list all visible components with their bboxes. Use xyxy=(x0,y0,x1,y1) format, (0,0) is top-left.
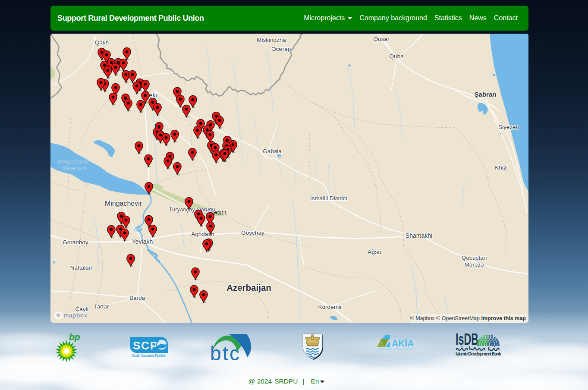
svg-text:Goranboy: Goranboy xyxy=(63,239,88,245)
svg-text:SCP: SCP xyxy=(133,339,157,352)
svg-text:Islamic Development Bank: Islamic Development Bank xyxy=(456,351,501,356)
svg-text:Mingachevir: Mingachevir xyxy=(105,200,142,207)
svg-text:Miskindzha: Miskindzha xyxy=(257,37,286,43)
svg-text:Reservoir: Reservoir xyxy=(62,165,87,171)
svg-text:Tartar: Tartar xyxy=(94,303,109,310)
svg-text:Quba: Quba xyxy=(389,53,404,60)
svg-text:mapbox: mapbox xyxy=(63,312,87,319)
svg-text:Mingachevir: Mingachevir xyxy=(58,158,89,165)
svg-text:AKİA: AKİA xyxy=(392,338,414,348)
svg-text:Shamakhi: Shamakhi xyxy=(406,232,432,239)
svg-text:Qakh: Qakh xyxy=(95,39,109,46)
svg-text:Yevlakh: Yevlakh xyxy=(132,238,153,245)
svg-text:Mərəzə: Mərəzə xyxy=(464,261,484,268)
svg-text:Goychay: Goychay xyxy=(241,230,264,236)
svg-text:Ismailli District: Ismailli District xyxy=(310,195,347,201)
svg-text:Gabala: Gabala xyxy=(263,148,282,154)
svg-text:Barda: Barda xyxy=(129,295,145,301)
svg-text:Ağsu: Ağsu xyxy=(368,248,381,255)
svg-text:AQRAR KREDİT VƏ İNKİŞAF AGENTL: AQRAR KREDİT VƏ İNKİŞAF AGENTLİYİ xyxy=(377,348,414,350)
svg-text:#311: #311 xyxy=(214,210,227,217)
svg-text:© Mapbox © OpenStreetMap Impr: © Mapbox © OpenStreetMap Improve this ma… xyxy=(410,315,526,321)
svg-text:bp: bp xyxy=(69,332,80,342)
svg-text:Qobustan: Qobustan xyxy=(462,255,487,261)
svg-text:Şabran: Şabran xyxy=(475,91,497,98)
svg-text:Эсетар: Эсетар xyxy=(272,46,291,52)
svg-text:IsDB: IsDB xyxy=(456,330,478,348)
svg-text:Kürdəmir: Kürdəmir xyxy=(318,304,342,310)
svg-text:Azerbaijan: Azerbaijan xyxy=(226,283,271,292)
svg-text:Naftalan: Naftalan xyxy=(70,264,92,271)
svg-text:South Caucasus Pipeline: South Caucasus Pipeline xyxy=(132,353,166,358)
svg-text:Çaylı: Çaylı xyxy=(75,306,89,312)
svg-text:btc: btc xyxy=(210,342,239,365)
svg-text:Khizi: Khizi xyxy=(495,164,507,171)
svg-text:Qusar: Qusar xyxy=(374,36,390,42)
svg-text:Siyəzən: Siyəzən xyxy=(498,124,519,130)
